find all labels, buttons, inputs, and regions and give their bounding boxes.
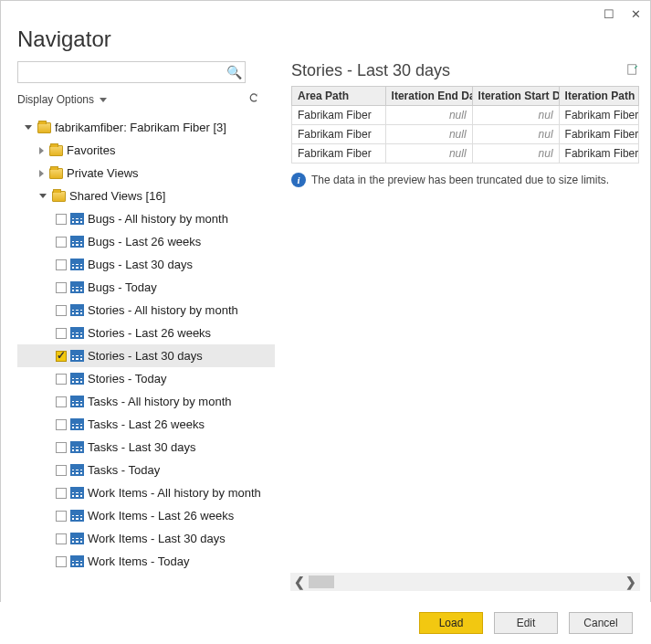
table-icon xyxy=(70,236,84,248)
search-input[interactable] xyxy=(18,62,223,82)
table-icon xyxy=(70,555,84,567)
column-header[interactable]: Area Path xyxy=(292,87,386,106)
table-row: Fabrikam FibernullnulFabrikam Fiber xyxy=(292,144,639,164)
column-header[interactable]: Iteration End Date xyxy=(385,87,472,106)
tree-view-item[interactable]: Work Items - All history by month xyxy=(17,481,275,504)
search-box[interactable]: 🔍 xyxy=(17,61,246,83)
folder-icon xyxy=(49,145,63,156)
table-row: Fabrikam FibernullnulFabrikam Fiber xyxy=(292,106,639,125)
tree-item-label: Shared Views [16] xyxy=(69,189,165,203)
tree-view-item[interactable]: Tasks - Today xyxy=(17,459,275,481)
caret-icon[interactable] xyxy=(39,194,47,198)
tree-view-item[interactable]: Tasks - All history by month xyxy=(17,390,275,413)
cell: Fabrikam Fiber xyxy=(559,144,638,164)
tree-view-item[interactable]: Work Items - Today xyxy=(17,550,275,573)
display-options-label: Display Options xyxy=(17,93,94,106)
table-icon xyxy=(70,373,84,385)
column-header[interactable]: Iteration Start Date xyxy=(472,87,559,106)
checkbox[interactable] xyxy=(56,556,67,567)
caret-icon[interactable] xyxy=(39,170,44,177)
search-icon[interactable]: 🔍 xyxy=(223,62,245,82)
checkbox[interactable] xyxy=(56,214,67,225)
scroll-right-arrow[interactable]: ❯ xyxy=(622,573,640,591)
load-button[interactable]: Load xyxy=(419,612,483,634)
display-options-dropdown[interactable]: Display Options xyxy=(17,93,107,106)
tree-view-item[interactable]: Stories - Today xyxy=(17,367,275,390)
checkbox[interactable] xyxy=(56,259,67,270)
tree-view-label: Work Items - Last 26 weeks xyxy=(88,509,234,523)
checkbox[interactable] xyxy=(56,533,67,544)
scroll-track[interactable] xyxy=(309,573,622,591)
table-icon xyxy=(70,259,84,270)
checkbox[interactable] xyxy=(56,465,67,476)
column-header[interactable]: Iteration Path xyxy=(559,87,638,106)
checkbox[interactable] xyxy=(56,374,67,385)
tree-view-item[interactable]: Tasks - Last 30 days xyxy=(17,436,275,459)
navigator-tree: fabrikamfiber: Fabrikam Fiber [3] Favori… xyxy=(17,116,275,573)
cancel-button[interactable]: Cancel xyxy=(569,612,633,634)
tree-view-label: Bugs - Today xyxy=(88,280,157,294)
cell: nul xyxy=(472,144,559,164)
checkbox[interactable] xyxy=(56,237,67,248)
cell: Fabrikam Fiber xyxy=(292,106,386,125)
checkbox[interactable] xyxy=(56,328,67,339)
edit-button[interactable]: Edit xyxy=(494,612,558,634)
table-icon xyxy=(70,213,84,225)
table-icon xyxy=(70,487,84,499)
svg-rect-0 xyxy=(628,65,636,75)
checkbox[interactable] xyxy=(56,511,67,522)
checkbox[interactable] xyxy=(56,419,67,430)
table-icon xyxy=(70,304,84,316)
tree-view-item[interactable]: Work Items - Last 26 weeks xyxy=(17,504,275,527)
cell: null xyxy=(385,144,472,164)
chevron-down-icon xyxy=(100,98,107,102)
folder-icon xyxy=(52,191,66,202)
table-icon xyxy=(70,510,84,522)
info-icon: i xyxy=(291,173,306,187)
checkbox[interactable] xyxy=(56,488,67,499)
refresh-icon[interactable] xyxy=(247,92,260,108)
table-icon xyxy=(70,464,84,476)
tree-view-item[interactable]: Bugs - Last 26 weeks xyxy=(17,230,275,253)
tree-private-views[interactable]: Private Views xyxy=(17,162,275,185)
checkbox[interactable] xyxy=(56,396,67,407)
checkbox[interactable] xyxy=(56,282,67,293)
caret-icon[interactable] xyxy=(25,125,32,130)
tree-view-label: Work Items - All history by month xyxy=(88,486,261,500)
checkbox[interactable] xyxy=(56,442,67,453)
tree-view-item[interactable]: Bugs - All history by month xyxy=(17,207,275,230)
tree-view-item[interactable]: Tasks - Last 26 weeks xyxy=(17,413,275,436)
tree-view-label: Tasks - Last 30 days xyxy=(88,440,196,454)
tree-root[interactable]: fabrikamfiber: Fabrikam Fiber [3] xyxy=(17,116,275,139)
caret-icon[interactable] xyxy=(39,147,44,154)
tree-shared-views[interactable]: Shared Views [16] xyxy=(17,185,275,207)
tree-view-label: Stories - Last 26 weeks xyxy=(88,326,211,340)
table-row: Fabrikam FibernullnulFabrikam Fiber xyxy=(292,125,639,144)
tree-view-item[interactable]: Bugs - Today xyxy=(17,276,275,299)
tree-view-item[interactable]: Stories - All history by month xyxy=(17,299,275,322)
preview-refresh-icon[interactable] xyxy=(626,61,639,80)
tree-view-item[interactable]: Stories - Last 30 days xyxy=(17,344,275,367)
cell: Fabrikam Fiber xyxy=(292,125,386,144)
checkbox[interactable] xyxy=(56,305,67,316)
checkbox[interactable] xyxy=(56,351,67,362)
tree-item-label: Private Views xyxy=(67,166,139,180)
cell: nul xyxy=(472,125,559,144)
tree-view-label: Bugs - All history by month xyxy=(88,212,228,226)
horizontal-scrollbar[interactable]: ❮ ❯ xyxy=(290,573,640,591)
maximize-button[interactable]: ☐ xyxy=(604,8,614,20)
tree-view-item[interactable]: Bugs - Last 30 days xyxy=(17,253,275,276)
tree-view-label: Tasks - Today xyxy=(88,463,160,477)
close-button[interactable]: ✕ xyxy=(631,8,641,20)
preview-table: Area PathIteration End DateIteration Sta… xyxy=(291,86,639,164)
cell: nul xyxy=(472,106,559,125)
tree-favorites[interactable]: Favorites xyxy=(17,139,275,162)
tree-view-label: Stories - Last 30 days xyxy=(88,349,203,363)
scroll-thumb[interactable] xyxy=(309,575,334,588)
tree-view-label: Tasks - All history by month xyxy=(88,395,232,408)
preview-title: Stories - Last 30 days xyxy=(291,61,450,80)
scroll-left-arrow[interactable]: ❮ xyxy=(290,573,309,591)
tree-view-item[interactable]: Stories - Last 26 weeks xyxy=(17,322,275,344)
tree-view-item[interactable]: Work Items - Last 30 days xyxy=(17,527,275,550)
tree-view-label: Work Items - Last 30 days xyxy=(88,532,226,545)
